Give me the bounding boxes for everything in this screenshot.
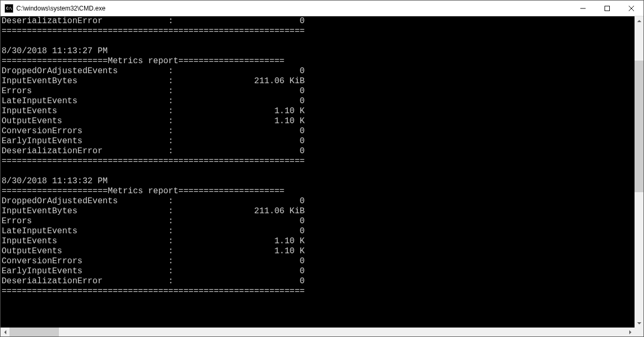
scroll-right-button[interactable] bbox=[626, 328, 635, 336]
horizontal-scroll-thumb[interactable] bbox=[9, 328, 59, 336]
scrollbar-corner bbox=[635, 328, 643, 336]
scroll-up-button[interactable] bbox=[635, 16, 643, 25]
window-controls bbox=[571, 1, 643, 16]
maximize-button[interactable] bbox=[595, 1, 619, 16]
cmd-icon: C:\ bbox=[5, 4, 13, 13]
svg-rect-0 bbox=[605, 6, 610, 11]
vertical-scrollbar[interactable] bbox=[635, 16, 643, 328]
minimize-button[interactable] bbox=[571, 1, 595, 16]
horizontal-scrollbar[interactable] bbox=[1, 328, 635, 336]
scroll-left-button[interactable] bbox=[1, 328, 9, 336]
scroll-down-button[interactable] bbox=[635, 319, 643, 328]
window-title: C:\windows\system32\CMD.exe bbox=[16, 5, 571, 12]
vertical-scroll-track[interactable] bbox=[635, 25, 643, 319]
titlebar[interactable]: C:\ C:\windows\system32\CMD.exe bbox=[1, 1, 643, 16]
cmd-window: C:\ C:\windows\system32\CMD.exe Deserial… bbox=[0, 0, 644, 337]
console-output[interactable]: DeserializationError : 0 ===============… bbox=[1, 16, 635, 328]
horizontal-scroll-track[interactable] bbox=[9, 328, 626, 336]
cmd-icon-text: C:\ bbox=[6, 6, 12, 11]
vertical-scroll-thumb[interactable] bbox=[635, 61, 643, 193]
close-button[interactable] bbox=[619, 1, 643, 16]
console-area: DeserializationError : 0 ===============… bbox=[1, 16, 643, 328]
